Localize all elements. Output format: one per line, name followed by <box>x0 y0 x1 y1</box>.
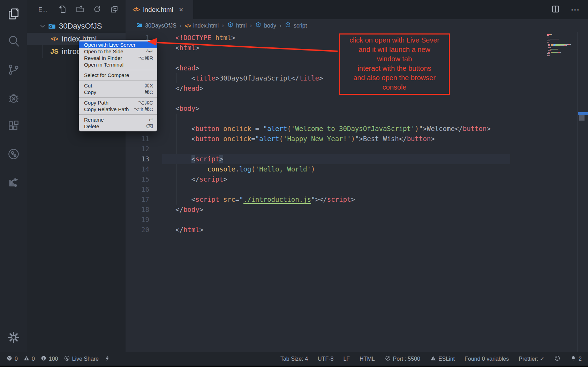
breadcrumb-label: body <box>264 23 276 29</box>
code-line: <html> <box>175 43 199 53</box>
tab-index-html[interactable]: </> index.html × <box>126 0 193 19</box>
status-item-live-share[interactable]: Live Share <box>64 355 99 363</box>
menu-item-shortcut: ⌥⇧⌘C <box>134 106 153 113</box>
scrollbar-thumb[interactable] <box>579 115 585 121</box>
breadcrumb-separator: › <box>279 22 281 29</box>
status-item-lf[interactable]: LF <box>343 356 350 362</box>
activity-item-extensions[interactable] <box>0 116 27 138</box>
menu-item-reveal-in-finder[interactable]: Reveal in Finder⌥⌘R <box>79 55 157 61</box>
split-editor-icon[interactable] <box>551 5 560 15</box>
activity-item-live-share[interactable] <box>0 144 27 166</box>
chevron-down-icon[interactable] <box>39 22 46 30</box>
line-number: 16 <box>126 184 149 194</box>
menu-item-copy[interactable]: Copy⌘C <box>79 89 157 95</box>
status-item-smiley[interactable] <box>554 355 560 363</box>
breadcrumb-item-index.html[interactable]: </>index.html <box>185 23 219 29</box>
minimap-line <box>556 44 565 45</box>
warning-icon <box>23 355 30 363</box>
menu-item-copy-relative-path[interactable]: Copy Relative Path⌥⇧⌘C <box>79 106 157 113</box>
status-item-html[interactable]: HTML <box>360 356 375 362</box>
status-item-lightning[interactable] <box>104 355 111 363</box>
extensions-icon <box>7 120 20 134</box>
menu-item-shortcut: ⌘X <box>144 83 153 89</box>
activity-item-explorer[interactable] <box>0 3 27 26</box>
smiley-icon <box>554 355 560 363</box>
menu-item-cut[interactable]: Cut⌘X <box>79 82 157 89</box>
info-icon <box>40 355 47 363</box>
status-item-found-0-variables[interactable]: Found 0 variables <box>465 356 509 362</box>
breadcrumb: 30DaysOfJS›</>index.html›html›body›scrip… <box>126 19 588 32</box>
activity-item-search[interactable] <box>0 31 27 53</box>
status-item-tab-size-4[interactable]: Tab Size: 4 <box>280 356 308 362</box>
search-icon <box>7 35 20 49</box>
root-folder-label: 30DaysOfJS <box>59 22 102 31</box>
status-item-label: Prettier: ✓ <box>519 355 544 362</box>
line-number: 13 <box>126 154 149 164</box>
menu-item-label: Delete <box>84 123 146 129</box>
html-file-icon: </> <box>133 7 140 13</box>
explorer-header: E... <box>27 3 126 17</box>
minimap-line <box>561 45 564 46</box>
activity-item-source-control[interactable] <box>0 59 27 82</box>
symbol-cube-icon <box>227 22 234 30</box>
activity-item-debug[interactable] <box>0 88 27 110</box>
breadcrumb-item-html[interactable]: html <box>227 22 247 30</box>
overview-ruler-mark <box>578 112 588 115</box>
status-item-port-5500[interactable]: Port : 5500 <box>385 355 420 363</box>
status-item-label: HTML <box>360 356 375 362</box>
activity-item-share[interactable] <box>0 171 27 194</box>
menu-item-select-for-compare[interactable]: Select for Compare <box>79 72 157 78</box>
status-item-label: 100 <box>49 356 58 362</box>
status-item-0[interactable]: 0 <box>23 355 35 363</box>
breadcrumb-item-script[interactable]: script <box>285 22 307 30</box>
menu-item-label: Copy <box>84 89 144 95</box>
menu-item-label: Open in Terminal <box>84 62 153 68</box>
menu-item-open-to-the-side[interactable]: Open to the Side^↵ <box>79 48 157 55</box>
status-item-100[interactable]: 100 <box>40 355 58 363</box>
symbol-cube-icon <box>285 22 291 30</box>
code-line: console.log('Hello, World') <box>175 164 315 174</box>
minimap-line <box>550 39 556 39</box>
menu-item-delete[interactable]: Delete⌫ <box>79 123 157 130</box>
menu-separator <box>79 70 157 70</box>
editor-actions: ⋯ <box>551 0 580 19</box>
source-control-icon <box>7 63 20 78</box>
explorer-toolbar <box>59 5 119 15</box>
minimap-line <box>549 52 550 53</box>
close-icon[interactable]: × <box>179 5 183 14</box>
status-item-label: ESLint <box>438 356 455 362</box>
status-item-eslint[interactable]: ESLint <box>430 355 455 363</box>
status-left: 00100Live Share <box>6 355 111 363</box>
breadcrumb-label: html <box>236 23 247 29</box>
code-line: <head> <box>175 63 199 73</box>
status-item-utf-8[interactable]: UTF-8 <box>318 356 333 362</box>
status-item-0[interactable]: 0 <box>6 355 18 363</box>
line-number: 11 <box>126 134 149 144</box>
collapse-all-icon[interactable] <box>110 5 119 15</box>
tree-item-root-folder[interactable]: 30DaysOfJS <box>27 20 126 32</box>
more-actions-icon[interactable]: ⋯ <box>571 8 580 12</box>
menu-item-open-in-terminal[interactable]: Open in Terminal <box>79 61 157 68</box>
menu-item-open-with-live-server[interactable]: Open with Live Server <box>79 41 157 48</box>
code-line: <button onclick="alert('Happy New Year!'… <box>175 134 435 144</box>
status-right: Tab Size: 4UTF-8LFHTMLPort : 5500ESLintF… <box>280 355 582 363</box>
menu-item-rename[interactable]: Rename↵ <box>79 116 157 123</box>
minimap[interactable] <box>547 32 579 102</box>
menu-separator <box>79 80 157 81</box>
breadcrumb-item-30DaysOfJS[interactable]: 30DaysOfJS <box>136 22 176 30</box>
activity-settings-gear[interactable] <box>0 327 27 349</box>
status-item-prettier-[interactable]: Prettier: ✓ <box>519 355 544 362</box>
menu-item-copy-path[interactable]: Copy Path⌥⌘C <box>79 99 157 106</box>
new-file-icon[interactable] <box>59 5 67 15</box>
new-folder-icon[interactable] <box>76 5 84 15</box>
code-line: </html> <box>175 225 203 235</box>
breadcrumb-label: script <box>294 23 307 29</box>
minimap-line <box>551 50 551 51</box>
tab-label: index.html <box>143 6 173 14</box>
refresh-icon[interactable] <box>93 5 101 15</box>
minimap-line <box>547 34 550 35</box>
status-item-2[interactable]: 2 <box>570 355 582 363</box>
share-icon <box>7 175 20 190</box>
breadcrumb-item-body[interactable]: body <box>255 22 276 30</box>
minimap-line <box>549 35 549 36</box>
